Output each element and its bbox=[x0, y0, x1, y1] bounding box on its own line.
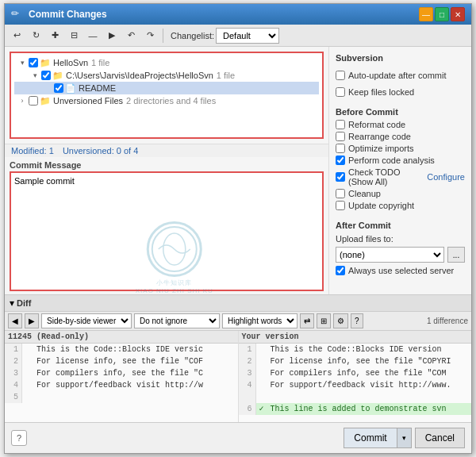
diff-old-line-2: 2 For license info, see the file "COF bbox=[5, 355, 238, 367]
diff-toggle-arrow: ▾ bbox=[10, 298, 14, 309]
label-path: C:\Users\Jarvis\IdeaProjects\HelloSvn bbox=[66, 71, 213, 80]
minimize-button[interactable]: — bbox=[419, 7, 433, 21]
diff-ignore-select[interactable]: Do not ignore Ignore whitespace bbox=[134, 313, 220, 328]
rearrange-label: Rearrange code bbox=[348, 132, 411, 141]
perform-label: Perform code analysis bbox=[348, 156, 435, 165]
changelist-select[interactable]: Default bbox=[216, 28, 279, 44]
toolbar-btn-back[interactable]: ↶ bbox=[122, 27, 140, 44]
folder-icon-unversioned: 📁 bbox=[40, 95, 51, 106]
diff-new-line-3: 3 For compilers info, see the file "COM bbox=[239, 367, 472, 379]
toggle-readme bbox=[43, 83, 52, 93]
rearrange-checkbox[interactable] bbox=[336, 132, 345, 141]
commit-message-header: Commit Message bbox=[10, 160, 324, 170]
count-path: 1 file bbox=[217, 71, 235, 80]
check-todo-label: Check TODO (Show All) bbox=[348, 167, 424, 186]
close-button[interactable]: ✕ bbox=[451, 7, 465, 21]
diff-new-line-2: 2 For license info, see the file "COPYRI bbox=[239, 355, 472, 367]
diff-new-line-4: 4 For support/feedback visit http://www. bbox=[239, 379, 472, 391]
diff-new-line-6: 6 ✓ This line is added to demonstrate sv… bbox=[239, 403, 472, 415]
commit-arrow[interactable]: ▾ bbox=[397, 428, 411, 447]
dialog-icon: ✏ bbox=[11, 8, 24, 21]
cancel-button[interactable]: Cancel bbox=[415, 428, 465, 448]
auto-update-row: Auto-update after commit bbox=[336, 71, 465, 80]
checkbox-readme[interactable] bbox=[54, 83, 63, 93]
left-panel: ▾ 📁 HelloSvn 1 file ▾ 📁 C:\Users\Jarvis\… bbox=[5, 47, 328, 294]
cleanup-label: Cleanup bbox=[348, 189, 381, 198]
always-selected-checkbox[interactable] bbox=[336, 266, 345, 275]
optimize-label: Optimize imports bbox=[348, 144, 414, 153]
diff-highlight-select[interactable]: Highlight words Highlight chars bbox=[222, 313, 298, 328]
perform-checkbox[interactable] bbox=[336, 156, 345, 165]
status-bar: Modified: 1 Unversioned: 0 of 4 bbox=[5, 144, 328, 157]
cleanup-row: Cleanup bbox=[336, 189, 465, 198]
dialog-title: Commit Changes bbox=[29, 9, 107, 20]
title-bar: ✏ Commit Changes — □ ✕ bbox=[5, 4, 471, 25]
cleanup-checkbox[interactable] bbox=[336, 189, 345, 198]
diff-nav-next[interactable]: ▶ bbox=[25, 313, 39, 328]
diff-new-line-5 bbox=[239, 391, 472, 403]
diff-sync-btn[interactable]: ⊞ bbox=[317, 313, 331, 328]
upload-row: (none) ... bbox=[336, 247, 465, 263]
keep-locked-row: Keep files locked bbox=[336, 87, 465, 97]
diff-old-line-5: 5 bbox=[5, 391, 238, 403]
folder-icon-path: 📁 bbox=[52, 70, 63, 81]
count-hello-svn: 1 file bbox=[91, 58, 109, 67]
tree-item-path[interactable]: ▾ 📁 C:\Users\Jarvis\IdeaProjects\HelloSv… bbox=[14, 69, 319, 82]
tree-item-readme[interactable]: 📄 README bbox=[14, 82, 319, 94]
keep-locked-checkbox[interactable] bbox=[336, 87, 345, 97]
auto-update-checkbox[interactable] bbox=[336, 71, 345, 80]
diff-nav-prev[interactable]: ◀ bbox=[8, 313, 22, 328]
checkbox-path[interactable] bbox=[41, 71, 51, 80]
label-unversioned: Unversioned Files bbox=[53, 96, 123, 106]
auto-update-label: Auto-update after commit bbox=[348, 71, 447, 80]
upload-select[interactable]: (none) bbox=[336, 247, 444, 263]
upload-browse-button[interactable]: ... bbox=[447, 247, 465, 263]
commit-button[interactable]: Commit ▾ bbox=[344, 428, 411, 448]
toggle-path[interactable]: ▾ bbox=[30, 71, 40, 80]
update-copyright-checkbox[interactable] bbox=[336, 201, 345, 210]
commit-message-section: Commit Message Sample commit bbox=[10, 160, 324, 291]
toolbar-btn-forward[interactable]: ↷ bbox=[141, 27, 159, 44]
toggle-unversioned[interactable]: › bbox=[17, 96, 27, 106]
diff-gear-btn[interactable]: ⚙ bbox=[333, 313, 348, 328]
toggle-hello-svn[interactable]: ▾ bbox=[17, 58, 27, 67]
toolbar-btn-minus[interactable]: — bbox=[84, 27, 102, 44]
diff-settings-btn[interactable]: ⇄ bbox=[300, 313, 314, 328]
toolbar-btn-right[interactable]: ▶ bbox=[103, 27, 121, 44]
toolbar-btn-undo[interactable]: ↩ bbox=[8, 27, 25, 44]
toolbar-btn-add[interactable]: ✚ bbox=[46, 27, 63, 44]
configure-link[interactable]: Configure bbox=[427, 172, 465, 182]
tree-item-hello-svn[interactable]: ▾ 📁 HelloSvn 1 file bbox=[14, 56, 319, 69]
optimize-checkbox[interactable] bbox=[336, 144, 345, 153]
update-copyright-label: Update copyright bbox=[348, 201, 414, 210]
checkbox-hello-svn[interactable] bbox=[29, 58, 38, 67]
checkbox-unversioned[interactable] bbox=[29, 96, 38, 106]
diff-old-lines: 1 This is the Code::Blocks IDE versic 2 … bbox=[5, 344, 238, 403]
toolbar-btn-refresh[interactable]: ↻ bbox=[27, 27, 44, 44]
footer: ? Commit ▾ Cancel bbox=[5, 422, 471, 453]
help-button[interactable]: ? bbox=[11, 430, 27, 446]
reformat-row: Reformat code bbox=[336, 120, 465, 129]
diff-toggle[interactable]: ▾ Diff bbox=[10, 298, 31, 309]
update-copyright-row: Update copyright bbox=[336, 201, 465, 210]
check-todo-checkbox[interactable] bbox=[336, 172, 345, 182]
diff-old-line-4: 4 For support/feedback visit http://w bbox=[5, 379, 238, 391]
diff-old-panel: 11245 (Read-only) 1 This is the Code::Bl… bbox=[5, 331, 239, 422]
toolbar-btn-remove[interactable]: ⊟ bbox=[65, 27, 83, 44]
diff-section: ▾ Diff ◀ ▶ Side-by-side viewer Unified v… bbox=[5, 294, 471, 422]
subversion-title: Subversion bbox=[336, 53, 465, 63]
upload-label: Upload files to: bbox=[336, 234, 393, 244]
commit-dialog: ✏ Commit Changes — □ ✕ ↩ ↻ ✚ ⊟ — ▶ ↶ ↷ C… bbox=[4, 3, 472, 454]
maximize-button[interactable]: □ bbox=[435, 7, 449, 21]
file-tree[interactable]: ▾ 📁 HelloSvn 1 file ▾ 📁 C:\Users\Jarvis\… bbox=[10, 52, 324, 139]
diff-old-line-3: 3 For compilers info, see the file "C bbox=[5, 367, 238, 379]
diff-help-btn[interactable]: ? bbox=[351, 313, 363, 328]
tree-item-unversioned[interactable]: › 📁 Unversioned Files 2 directories and … bbox=[14, 94, 319, 107]
keep-locked-label: Keep files locked bbox=[348, 87, 414, 97]
check-todo-row: Check TODO (Show All) Configure bbox=[336, 167, 465, 186]
title-bar-left: ✏ Commit Changes bbox=[11, 8, 107, 21]
reformat-checkbox[interactable] bbox=[336, 120, 345, 129]
diff-viewer-select[interactable]: Side-by-side viewer Unified viewer bbox=[41, 313, 132, 328]
commit-message-input[interactable]: Sample commit bbox=[10, 171, 324, 291]
diff-content: 11245 (Read-only) 1 This is the Code::Bl… bbox=[5, 331, 471, 422]
